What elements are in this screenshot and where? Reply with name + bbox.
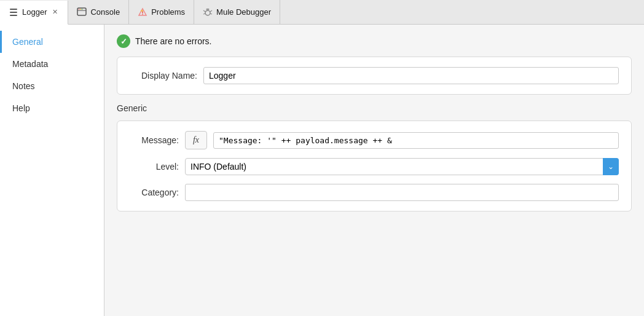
- display-name-label: Display Name:: [130, 71, 197, 81]
- level-select[interactable]: INFO (Default) DEBUG WARN ERROR TRACE: [185, 158, 619, 175]
- level-label: Level:: [130, 162, 179, 172]
- status-bar: There are no errors.: [117, 34, 632, 48]
- tab-bar: Logger ✕ Console Problems: [0, 0, 644, 25]
- content-area: There are no errors. Display Name: Gener…: [104, 25, 644, 316]
- generic-card: Message: fx Level: INFO (Default) DEBUG …: [117, 120, 632, 211]
- svg-point-9: [205, 10, 210, 15]
- svg-line-13: [210, 14, 212, 14]
- generic-section: Generic Message: fx Level: INFO (Default…: [117, 103, 632, 211]
- sidebar-item-notes[interactable]: Notes: [0, 75, 104, 97]
- tab-mule-debugger-label: Mule Debugger: [216, 7, 271, 17]
- category-label: Category:: [130, 188, 179, 197]
- level-row: Level: INFO (Default) DEBUG WARN ERROR T…: [130, 158, 619, 175]
- status-message: There are no errors.: [135, 36, 212, 46]
- fx-button[interactable]: fx: [185, 131, 207, 149]
- sidebar-item-metadata[interactable]: Metadata: [0, 53, 104, 75]
- display-name-input[interactable]: [203, 67, 619, 84]
- sidebar-item-general[interactable]: General: [0, 31, 104, 53]
- svg-line-11: [210, 10, 212, 12]
- svg-point-3: [80, 9, 82, 10]
- status-ok-icon: [117, 34, 130, 48]
- section-title: Generic: [117, 103, 632, 113]
- display-name-card: Display Name:: [117, 57, 632, 95]
- message-label: Message:: [130, 135, 179, 145]
- tab-console[interactable]: Console: [68, 0, 129, 24]
- level-select-wrapper: INFO (Default) DEBUG WARN ERROR TRACE ⌄: [185, 158, 619, 175]
- main-layout: General Metadata Notes Help There are no…: [0, 25, 644, 316]
- bug-icon: [203, 7, 213, 17]
- category-input[interactable]: [185, 184, 619, 201]
- svg-line-12: [203, 14, 205, 14]
- svg-point-4: [82, 9, 83, 10]
- tab-problems[interactable]: Problems: [129, 0, 194, 24]
- sidebar: General Metadata Notes Help: [0, 25, 104, 316]
- svg-point-2: [79, 9, 80, 10]
- category-row: Category:: [130, 184, 619, 201]
- console-icon: [77, 7, 87, 17]
- display-name-row: Display Name:: [130, 67, 619, 84]
- tab-logger[interactable]: Logger ✕: [0, 1, 68, 25]
- svg-point-7: [142, 14, 143, 15]
- message-row: Message: fx: [130, 131, 619, 149]
- tab-console-label: Console: [90, 7, 120, 17]
- message-input[interactable]: [213, 132, 619, 149]
- sidebar-item-help[interactable]: Help: [0, 97, 104, 119]
- tab-logger-close[interactable]: ✕: [50, 8, 59, 17]
- svg-rect-8: [141, 10, 143, 12]
- tab-mule-debugger[interactable]: Mule Debugger: [194, 0, 280, 24]
- tab-problems-label: Problems: [151, 7, 185, 17]
- tab-logger-label: Logger: [22, 7, 47, 17]
- hamburger-icon: [9, 7, 18, 17]
- problems-icon: [138, 7, 147, 17]
- svg-line-10: [203, 10, 205, 12]
